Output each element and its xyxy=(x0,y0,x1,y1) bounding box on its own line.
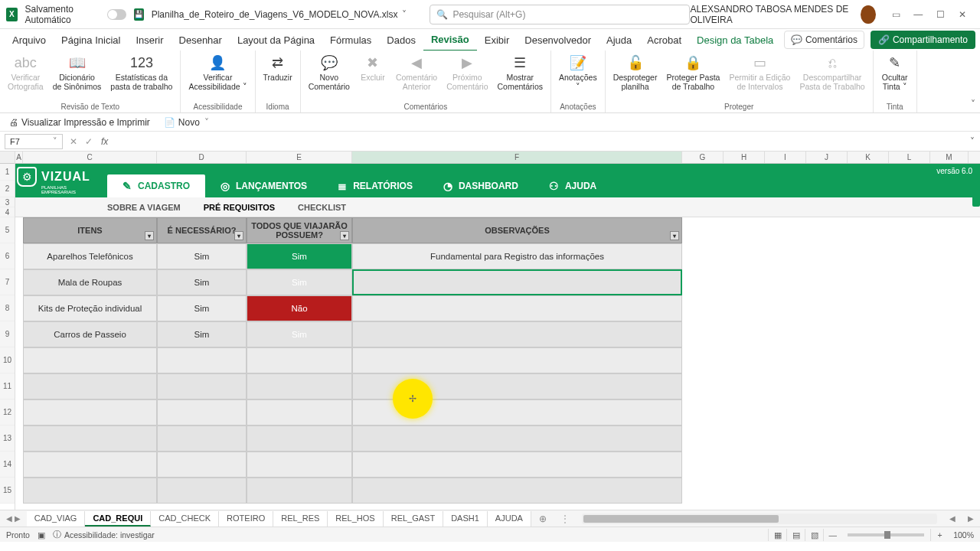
filename-dropdown-icon[interactable]: ˅ xyxy=(402,9,407,20)
formula-input[interactable] xyxy=(113,134,965,149)
sheet-tab-ajuda[interactable]: AJUDA xyxy=(488,511,531,527)
sheet-tab-rel_gast[interactable]: REL_GAST xyxy=(384,511,443,527)
col-header-I[interactable]: I xyxy=(765,152,806,163)
cell-item[interactable]: Mala de Roupas xyxy=(23,269,157,295)
sheet-tab-dash1[interactable]: DASH1 xyxy=(443,511,488,527)
cell-empty[interactable] xyxy=(352,452,682,478)
search-box[interactable]: 🔍 Pesquisar (Alt+G) xyxy=(430,5,690,24)
cell-empty[interactable] xyxy=(247,452,352,478)
cell-empty[interactable] xyxy=(157,399,247,425)
view-normal-icon[interactable]: ▦ xyxy=(768,529,786,541)
col-header-F[interactable]: F xyxy=(352,152,682,163)
row-header-11[interactable]: 11 xyxy=(0,373,15,399)
cell-obs[interactable]: Fundamental para Registro das informaçõe… xyxy=(352,243,682,269)
cell-pos[interactable]: Sim xyxy=(247,321,352,347)
row-header-10[interactable]: 10 xyxy=(0,347,15,373)
ribbon-dicionário-button[interactable]: 📖Dicionáriode Sinônimos xyxy=(48,52,106,93)
ribbon-ocultar-button[interactable]: ✎OcultarTinta ˅ xyxy=(877,52,913,93)
row-header-15[interactable]: 15 xyxy=(0,478,15,504)
cell-empty[interactable] xyxy=(157,425,247,452)
col-header-D[interactable]: D xyxy=(157,152,247,163)
share-button[interactable]: 🔗Compartilhamento xyxy=(871,31,975,49)
cell-nec[interactable]: Sim xyxy=(157,295,247,321)
horizontal-scrollbar[interactable] xyxy=(582,514,937,524)
view-pagebreak-icon[interactable]: ▧ xyxy=(805,529,823,541)
ribbon-tab-dados[interactable]: Dados xyxy=(379,30,423,51)
filter-icon[interactable]: ▾ xyxy=(145,231,154,240)
cell-item[interactable]: Kits de Proteção individual xyxy=(23,295,157,321)
sheet-nav-prev[interactable]: ◀ ▶ xyxy=(0,514,27,523)
cell-empty[interactable] xyxy=(157,478,247,504)
formula-expand-icon[interactable]: ˅ xyxy=(965,136,980,147)
nav-tab-dashboard[interactable]: ◔DASHBOARD xyxy=(428,174,534,197)
table-header-0[interactable]: ITENS▾ xyxy=(23,217,157,243)
sheet-tab-cad_viag[interactable]: CAD_VIAG xyxy=(27,511,86,527)
close-button[interactable]: ✕ xyxy=(952,4,974,25)
minimize-button[interactable]: — xyxy=(907,4,929,25)
ribbon-tab-fórmulas[interactable]: Fórmulas xyxy=(322,30,379,51)
cell-empty[interactable] xyxy=(247,347,352,373)
row-header-1[interactable]: 1 xyxy=(0,164,15,181)
cell-empty[interactable] xyxy=(23,347,157,373)
ribbon-verificar-button[interactable]: 👤VerificarAcessibilidade ˅ xyxy=(184,52,251,93)
col-header-E[interactable]: E xyxy=(247,152,352,163)
col-header-H[interactable]: H xyxy=(724,152,765,163)
col-header-M[interactable]: M xyxy=(930,152,969,163)
comments-button[interactable]: 💬Comentários xyxy=(784,31,864,49)
vertical-scrollbar[interactable] xyxy=(972,164,980,207)
cell-pos[interactable]: Sim xyxy=(247,243,352,269)
ribbon-tab-desenvolvedor[interactable]: Desenvolvedor xyxy=(517,30,599,51)
nav-tab-lançamentos[interactable]: ◎LANÇAMENTOS xyxy=(205,174,322,197)
cell-pos[interactable]: Sim xyxy=(247,269,352,295)
ribbon-proteger-pasta-button[interactable]: 🔒Proteger Pastade Trabalho xyxy=(662,52,724,93)
filter-icon[interactable]: ▾ xyxy=(670,231,679,240)
ribbon-tab-design-da-tabela[interactable]: Design da Tabela xyxy=(689,30,781,51)
cell-empty[interactable] xyxy=(247,478,352,504)
ribbon-tab-layout-da-página[interactable]: Layout da Página xyxy=(230,30,322,51)
ribbon-tab-inserir[interactable]: Inserir xyxy=(128,30,171,51)
cell-empty[interactable] xyxy=(247,425,352,452)
ribbon-novo-button[interactable]: 💬NovoComentário xyxy=(304,52,354,93)
cell-pos[interactable]: Não xyxy=(247,295,352,321)
autosave-toggle[interactable] xyxy=(107,9,126,20)
cell-empty[interactable] xyxy=(247,399,352,425)
ribbon-tab-ajuda[interactable]: Ajuda xyxy=(599,30,639,51)
ribbon-mostrar-button[interactable]: ☰MostrarComentários xyxy=(492,52,547,93)
nav-tab-cadastro[interactable]: ✎CADASTRO xyxy=(107,174,205,197)
ribbon-tab-arquivo[interactable]: Arquivo xyxy=(5,30,54,51)
col-header-G[interactable]: G xyxy=(682,152,724,163)
cell-obs[interactable] xyxy=(352,269,682,295)
cell-empty[interactable] xyxy=(352,347,682,373)
print-preview-button[interactable]: 🖨 Visualizar Impressão e Imprimir xyxy=(5,116,155,129)
sheet-tab-rel_res[interactable]: REL_RES xyxy=(273,511,328,527)
col-header-A[interactable]: A xyxy=(15,152,23,163)
select-all-corner[interactable] xyxy=(0,152,15,164)
scroll-left-icon[interactable]: ◀ xyxy=(943,514,962,523)
cell-obs[interactable] xyxy=(352,295,682,321)
ribbon-tab-página-inicial[interactable]: Página Inicial xyxy=(54,30,128,51)
scroll-right-icon[interactable]: ▶ xyxy=(962,514,980,523)
view-layout-icon[interactable]: ▤ xyxy=(786,529,805,541)
user-avatar-icon[interactable] xyxy=(861,5,875,24)
filter-icon[interactable]: ▾ xyxy=(340,231,349,240)
ribbon-traduzir-button[interactable]: ⇄Traduzir xyxy=(259,52,297,83)
accept-formula-icon[interactable]: ✓ xyxy=(81,136,96,147)
zoom-slider[interactable] xyxy=(848,533,924,536)
cell-nec[interactable]: Sim xyxy=(157,243,247,269)
col-header-L[interactable]: L xyxy=(889,152,930,163)
sub-tab-sobre-a-viagem[interactable]: SOBRE A VIAGEM xyxy=(107,203,181,212)
cell-empty[interactable] xyxy=(23,478,157,504)
row-header-9[interactable]: 9 xyxy=(0,321,15,347)
zoom-out-button[interactable]: — xyxy=(823,529,841,541)
cell-empty[interactable] xyxy=(23,452,157,478)
row-header-13[interactable]: 13 xyxy=(0,425,15,452)
name-box[interactable]: F7 ˅ xyxy=(5,134,63,149)
cell-empty[interactable] xyxy=(157,452,247,478)
row-header-12[interactable]: 12 xyxy=(0,399,15,425)
add-sheet-button[interactable]: ⊕ xyxy=(531,514,554,524)
col-header-C[interactable]: C xyxy=(23,152,157,163)
maximize-button[interactable]: ☐ xyxy=(929,4,952,25)
cell-item[interactable]: Carros de Passeio xyxy=(23,321,157,347)
ribbon-tab-exibir[interactable]: Exibir xyxy=(477,30,518,51)
cell-empty[interactable] xyxy=(157,373,247,399)
